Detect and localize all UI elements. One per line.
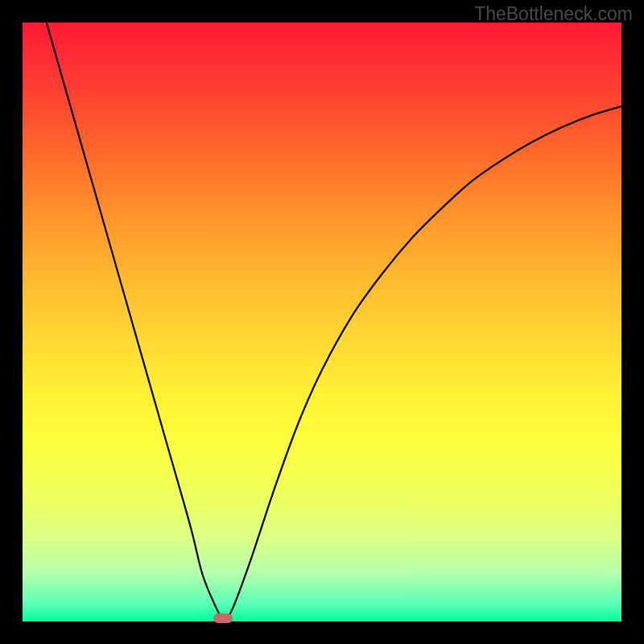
chart-plot-area [23,23,621,621]
chart-curve [23,23,621,621]
watermark-text: TheBottleneck.com [474,3,633,25]
minimum-marker [213,613,233,623]
